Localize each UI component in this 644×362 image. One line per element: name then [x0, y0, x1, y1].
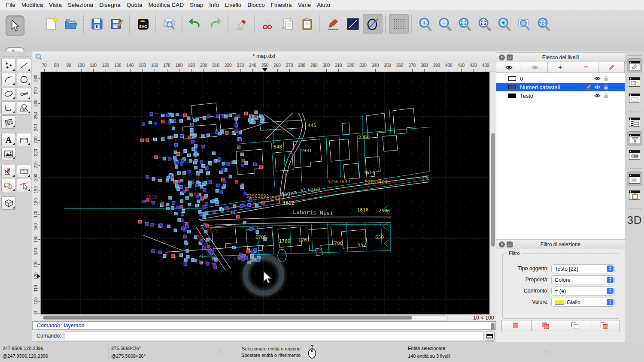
tool-text-button[interactable]: A [1, 133, 16, 146]
layer-color-swatch[interactable] [508, 94, 516, 98]
drawing-canvas[interactable]: 4452360548193116145256369352563694525636… [41, 72, 489, 314]
tool-circle-button[interactable] [17, 73, 31, 86]
filter-dropdown-3[interactable]: Giallo▲▼ [551, 298, 615, 307]
panel-toggle-clipboard[interactable] [627, 188, 642, 202]
menu-livello[interactable]: Livello [225, 2, 241, 8]
tool-3d-button[interactable] [1, 196, 16, 210]
command-history[interactable]: Comando:layeradd [32, 321, 496, 330]
undo-button[interactable] [185, 14, 205, 34]
print-preview-button[interactable] [159, 14, 179, 34]
eye-icon[interactable] [594, 85, 601, 89]
tool-modify-button[interactable] [1, 179, 16, 192]
eye-icon[interactable] [594, 94, 601, 98]
menu-blocco[interactable]: Blocco [247, 2, 265, 8]
select-new-button[interactable] [501, 320, 531, 331]
layer-row-0[interactable]: 0 [496, 74, 625, 83]
horizontal-scrollbar[interactable] [41, 315, 448, 320]
filter-dropdown-0[interactable]: Testo [22]▲▼ [551, 264, 615, 273]
palette-handle[interactable] [3, 52, 29, 57]
zoom-window-button[interactable] [514, 14, 534, 34]
tool-line-button[interactable] [17, 59, 31, 72]
menu-vista[interactable]: Vista [49, 2, 62, 8]
command-input[interactable] [65, 331, 483, 340]
tool-construction-button[interactable] [1, 165, 16, 178]
command-console-button[interactable] [485, 332, 495, 341]
dropdown-stepper[interactable]: ▲▼ [607, 265, 614, 272]
panel-toggle-layers[interactable] [627, 115, 642, 130]
panel-toggle-render[interactable] [627, 148, 642, 162]
panel-toggle-filter[interactable] [627, 131, 642, 146]
panel-toggle-pen[interactable] [627, 58, 642, 73]
zoom-in-button[interactable]: + [415, 14, 435, 34]
menu-varie[interactable]: Varie [298, 2, 311, 8]
dropdown-stepper[interactable]: ▲▼ [607, 299, 614, 305]
select-subtract-button[interactable] [561, 320, 590, 331]
save-button[interactable] [87, 14, 107, 34]
tool-ellipse-button[interactable] [1, 87, 16, 100]
dropdown-stepper[interactable]: ▲▼ [607, 288, 614, 294]
show-all-layers-button[interactable] [496, 62, 522, 72]
layer-color-swatch[interactable] [508, 76, 516, 81]
remove-layer-button[interactable]: − [573, 62, 599, 72]
tool-polygon-button[interactable] [17, 101, 31, 115]
open-button[interactable] [61, 14, 81, 34]
dropdown-stepper[interactable]: ▲▼ [607, 277, 614, 283]
grid-toggle-button[interactable] [389, 14, 409, 34]
vscroll-thumb[interactable] [491, 133, 495, 247]
layer-row-numeri-catastali[interactable]: Numeri catastali [496, 83, 625, 91]
panel-toggle-properties[interactable] [627, 91, 642, 106]
zoom-previous-button[interactable] [494, 14, 514, 34]
cut-button[interactable]: + [258, 14, 277, 34]
lock-icon[interactable] [604, 93, 608, 99]
pan-button[interactable] [534, 14, 553, 34]
tool-trim-button[interactable] [17, 179, 31, 192]
zoom-selected-button[interactable] [474, 14, 494, 34]
edit-layer-button[interactable] [599, 62, 625, 72]
eraser-button[interactable] [231, 14, 251, 34]
svg-export-button[interactable]: SVG [133, 14, 153, 34]
tool-points-button[interactable] [1, 59, 16, 72]
menu-disegna[interactable]: Disegna [99, 2, 121, 8]
redo-button[interactable] [205, 14, 225, 34]
lock-icon[interactable] [604, 84, 608, 90]
drawing-titlebar[interactable]: * map.dxf [32, 51, 496, 62]
menu-modifica[interactable]: Modifica [21, 2, 43, 8]
menu-file[interactable]: File [6, 2, 15, 8]
layer-color-swatch[interactable] [508, 85, 516, 89]
menu-info[interactable]: Info [210, 2, 219, 8]
circle-slash-button[interactable] [363, 14, 383, 34]
tool-spline-button[interactable] [17, 87, 31, 100]
tool-image-button[interactable] [1, 147, 16, 160]
paste-button[interactable] [297, 14, 317, 34]
select-tool-button[interactable] [6, 15, 24, 36]
menu-snap[interactable]: Snap [190, 2, 204, 8]
tool-hatch-button[interactable] [1, 115, 16, 129]
hide-all-layers-button[interactable] [522, 62, 548, 72]
filter-dropdown-2[interactable]: = (è)▲▼ [551, 287, 615, 296]
panel-toggle-shapes[interactable] [627, 75, 642, 89]
copy-button[interactable]: + [277, 14, 297, 34]
filter-dropdown-1[interactable]: Colore▲▼ [551, 275, 615, 284]
tool-ruler-button[interactable] [17, 165, 31, 178]
tool-dimension-button[interactable] [17, 133, 31, 146]
select-intersect-button[interactable] [590, 320, 620, 331]
lock-icon[interactable] [604, 76, 608, 81]
menu-quota[interactable]: Quota [127, 2, 143, 8]
menu-seleziona[interactable]: Seleziona [68, 2, 93, 8]
add-layer-button[interactable]: + [548, 62, 574, 72]
draw-pencil-button[interactable] [323, 14, 343, 34]
menu-aiuto[interactable]: Aiuto [317, 2, 330, 8]
select-add-button[interactable] [531, 320, 561, 331]
hscroll-thumb[interactable] [43, 316, 412, 320]
zoom-extents-button[interactable] [455, 14, 474, 34]
new-button[interactable] [41, 14, 61, 34]
menu-finestra[interactable]: Finestra [271, 2, 292, 8]
layer-row-testo[interactable]: Testo [496, 91, 625, 100]
line-tool-button[interactable] [343, 14, 363, 34]
vertical-scrollbar[interactable] [489, 72, 496, 314]
strip-handle[interactable] [628, 52, 641, 56]
tool-arc-button[interactable] [1, 73, 16, 86]
save-as-button[interactable] [107, 14, 127, 34]
menu-modifica-cad[interactable]: Modifica CAD [148, 2, 184, 8]
tool-polyline-button[interactable] [1, 101, 16, 115]
